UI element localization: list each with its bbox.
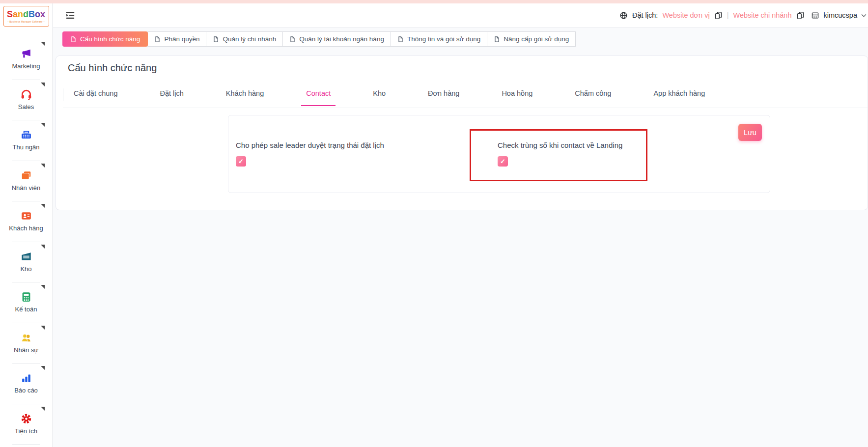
tab-label: Nâng cấp gói sử dụng	[504, 35, 569, 43]
contact-settings-panel: Lưu Cho phép sale leader duyệt trạng thá…	[228, 115, 770, 193]
config-card: Cấu hình chức năng Cài đặt chung Đặt lịc…	[56, 56, 868, 210]
sidebar-item-marketing[interactable]: Marketing	[0, 39, 52, 80]
tab-cham-cong[interactable]: Chấm công	[570, 86, 616, 105]
tab-label: Cấu hình chức năng	[80, 35, 140, 43]
tab-don-hang[interactable]: Đơn hàng	[423, 86, 464, 105]
logo-letter: d	[23, 9, 28, 19]
logo-letter: x	[40, 9, 45, 19]
branch-pos-icon	[811, 11, 819, 20]
logo-wordmark: SandBox	[7, 10, 45, 19]
config-inner-tabs: Cài đặt chung Đặt lịch Khách hàng Contac…	[63, 86, 868, 108]
globe-icon	[619, 11, 628, 20]
logo-letter: a	[13, 9, 18, 19]
tab-contact[interactable]: Contact	[301, 86, 336, 106]
chevron-down-icon[interactable]	[861, 12, 867, 19]
sidebar-item-label: Khách hàng	[9, 224, 43, 232]
sidebar-item-label: Kho	[20, 265, 31, 273]
top-header: Đặt lịch: Website đơn vị | Website chi n…	[53, 3, 868, 28]
logo-subtitle: – Business Manager Software –	[7, 20, 45, 23]
gear-icon	[20, 413, 32, 425]
sidebar-item-label: Nhân sự	[14, 346, 38, 354]
item-corner-caret-icon	[41, 245, 45, 249]
headset-icon	[20, 88, 32, 101]
checkbox-sale-leader-approve[interactable]: ✓	[236, 156, 246, 167]
option-label: Check trùng số khi contact về Landing	[498, 141, 622, 149]
copy-icon[interactable]	[796, 11, 805, 20]
document-icon	[213, 36, 219, 43]
tab-quan-ly-tai-khoan-ngan-hang[interactable]: Quản lý tài khoản ngân hàng	[282, 31, 391, 47]
tab-hoa-hong[interactable]: Hoa hồng	[497, 86, 537, 105]
sidebar-item-label: Báo cáo	[14, 387, 38, 394]
item-corner-caret-icon	[41, 83, 45, 86]
sidebar-item-tien-ich[interactable]: Tiện ích	[0, 404, 52, 445]
tab-quan-ly-chi-nhanh[interactable]: Quản lý chi nhánh	[206, 31, 283, 47]
item-corner-caret-icon	[41, 42, 45, 46]
tab-kho[interactable]: Kho	[368, 86, 391, 105]
settings-tab-bar: Cấu hình chức năng Phân quyền Quản lý ch…	[62, 31, 576, 47]
tab-nang-cap-goi-su-dung[interactable]: Nâng cấp gói sử dụng	[487, 31, 576, 47]
sidebar-item-label: Thu ngân	[13, 143, 40, 151]
sidebar-menu: Marketing Sales	[0, 39, 52, 445]
sidebar-item-ke-toan[interactable]: Kế toán	[0, 282, 52, 323]
document-icon	[494, 36, 500, 43]
document-icon	[154, 36, 161, 43]
sidebar-item-bao-cao[interactable]: Báo cáo	[0, 363, 52, 404]
cash-register-icon	[20, 129, 32, 141]
option-sale-leader-approve: Cho phép sale leader duyệt trạng thái đặ…	[236, 141, 384, 167]
menu-fold-icon[interactable]	[65, 10, 76, 21]
warehouse-icon	[20, 251, 32, 263]
tab-dat-lich[interactable]: Đặt lịch	[155, 86, 188, 105]
account-name[interactable]: kimcucspa	[824, 11, 858, 19]
document-icon	[397, 36, 404, 43]
logo-letter: n	[18, 9, 23, 19]
option-label: Cho phép sale leader duyệt trạng thái đặ…	[236, 141, 384, 149]
tab-label: Quản lý chi nhánh	[223, 35, 276, 43]
tab-cai-dat-chung[interactable]: Cài đặt chung	[69, 86, 122, 105]
tab-label: Thông tin và gói sử dụng	[407, 35, 480, 43]
tab-label: Phân quyền	[164, 35, 199, 43]
sidebar-item-kho[interactable]: Kho	[0, 242, 52, 283]
booking-label: Đặt lịch:	[632, 11, 658, 19]
item-corner-caret-icon	[41, 164, 45, 168]
sidebar-item-nhan-vien[interactable]: Nhân viên	[0, 161, 52, 202]
sidebar-item-label: Tiện ích	[15, 427, 37, 435]
sidebar-item-label: Nhân viên	[12, 184, 41, 192]
sidebar-item-sales[interactable]: Sales	[0, 80, 52, 121]
megaphone-icon	[20, 48, 32, 60]
tab-label: Quản lý tài khoản ngân hàng	[299, 35, 384, 43]
tab-thong-tin-va-goi-su-dung[interactable]: Thông tin và gói sử dụng	[391, 31, 487, 47]
header-right-group: Đặt lịch: Website đơn vị | Website chi n…	[619, 11, 868, 20]
sidebar: SandBox – Business Manager Software – Ma…	[0, 3, 53, 447]
people-icon	[20, 332, 32, 344]
copy-icon[interactable]	[714, 11, 723, 20]
app-window: SandBox – Business Manager Software – Ma…	[0, 0, 868, 447]
id-card-icon	[20, 210, 32, 222]
sidebar-divider	[12, 444, 40, 445]
logo-letter: S	[7, 9, 13, 19]
sidebar-item-label: Kế toán	[15, 306, 37, 313]
save-button[interactable]: Lưu	[738, 124, 762, 141]
tab-app-khach-hang[interactable]: App khách hàng	[648, 86, 710, 105]
checkbox-check-duplicate-landing[interactable]: ✓	[498, 156, 508, 167]
item-corner-caret-icon	[41, 407, 45, 411]
sidebar-item-nhan-su[interactable]: Nhân sự	[0, 323, 52, 364]
top-notification-strip	[0, 0, 868, 3]
sidebar-item-thu-ngan[interactable]: Thu ngân	[0, 120, 52, 161]
tab-khach-hang[interactable]: Khách hàng	[221, 86, 269, 105]
sandbox-logo[interactable]: SandBox – Business Manager Software –	[3, 6, 49, 27]
document-icon	[289, 36, 296, 43]
unit-website-link[interactable]: Website đơn vị	[662, 11, 709, 19]
tab-phan-quyen[interactable]: Phân quyền	[147, 31, 206, 47]
calculator-icon	[20, 291, 32, 303]
branch-website-link[interactable]: Website chi nhánh	[733, 11, 791, 19]
item-corner-caret-icon	[41, 123, 45, 127]
logo-letter: o	[35, 9, 40, 19]
item-corner-caret-icon	[41, 366, 45, 370]
sidebar-item-label: Marketing	[12, 62, 40, 70]
document-icon	[70, 36, 77, 43]
item-corner-caret-icon	[41, 285, 45, 289]
tab-cau-hinh-chuc-nang[interactable]: Cấu hình chức năng	[62, 31, 148, 47]
logo-letter: B	[28, 9, 35, 19]
sidebar-item-khach-hang[interactable]: Khách hàng	[0, 201, 52, 242]
item-corner-caret-icon	[41, 204, 45, 208]
